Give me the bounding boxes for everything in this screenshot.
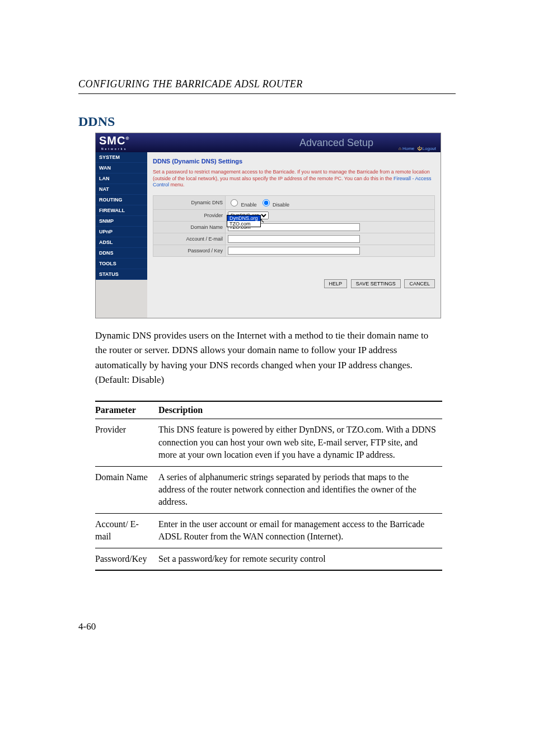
logout-icon: ⏻: [417, 146, 421, 151]
screenshot-header: SMC® Networks Advanced Setup ⌂Home ⏻Logo…: [96, 133, 441, 152]
nav-snmp[interactable]: SNMP: [96, 216, 147, 227]
ddns-form: Dynamic DNS Enable Disable Provider DynD…: [153, 195, 435, 257]
logout-link[interactable]: Logout: [423, 146, 436, 151]
password-input[interactable]: [228, 247, 360, 255]
desc-password: Set a password/key for remote security c…: [158, 548, 442, 570]
account-input[interactable]: [228, 235, 360, 243]
running-header: CONFIGURING THE BARRICADE ADSL ROUTER: [78, 78, 456, 90]
nav-nat[interactable]: NAT: [96, 184, 147, 195]
account-label: Account / E-mail: [153, 233, 226, 245]
param-provider: Provider: [95, 419, 158, 466]
smc-logo: SMC® Networks: [99, 134, 129, 151]
col-parameter: Parameter: [95, 401, 158, 419]
nav-ddns[interactable]: DDNS: [96, 248, 147, 259]
note-pre: Set a password to restrict management ac…: [153, 169, 430, 181]
logo-text: SMC: [99, 134, 125, 147]
nav-firewall[interactable]: FIREWALL: [96, 205, 147, 216]
help-button[interactable]: HELP: [324, 279, 348, 288]
col-description: Description: [158, 401, 442, 419]
side-nav: SYSTEM WAN LAN NAT ROUTING FIREWALL SNMP…: [96, 152, 147, 280]
logo-subtext: Networks: [99, 147, 129, 151]
dynamic-dns-enable-radio[interactable]: [231, 199, 238, 206]
nav-wan[interactable]: WAN: [96, 163, 147, 173]
provider-dropdown[interactable]: DynDNS.org TZO.com: [227, 215, 261, 227]
home-icon: ⌂: [399, 146, 401, 151]
dynamic-dns-value: Enable Disable: [226, 196, 435, 210]
ddns-settings-heading: DDNS (Dynamic DNS) Settings: [153, 158, 435, 165]
cancel-button[interactable]: CANCEL: [404, 279, 435, 288]
screenshot-main: DDNS (Dynamic DNS) Settings Set a passwo…: [147, 152, 441, 318]
password-label: Password / Key: [153, 245, 226, 257]
nav-system[interactable]: SYSTEM: [96, 152, 147, 163]
disable-text: Disable: [273, 202, 289, 208]
home-link[interactable]: Home: [402, 146, 414, 151]
desc-provider: This DNS feature is powered by either Dy…: [158, 419, 442, 466]
screenshot-title: Advanced Setup: [299, 137, 373, 149]
enable-text: Enable: [241, 202, 257, 208]
ddns-description-paragraph: Dynamic DNS provides users on the Intern…: [95, 328, 442, 387]
nav-status[interactable]: STATUS: [96, 269, 147, 280]
provider-label: Provider: [153, 210, 226, 222]
nav-routing[interactable]: ROUTING: [96, 195, 147, 205]
dropdown-option-dyndns[interactable]: DynDNS.org: [227, 215, 260, 221]
domain-name-label: Domain Name: [153, 222, 226, 233]
dynamic-dns-label: Dynamic DNS: [153, 196, 226, 210]
nav-tools[interactable]: TOOLS: [96, 259, 147, 269]
page-number: 4-60: [78, 621, 456, 632]
dropdown-option-tzo[interactable]: TZO.com: [227, 221, 260, 227]
parameters-table: Parameter Description Provider This DNS …: [95, 401, 442, 571]
desc-domain-name: A series of alphanumeric strings separat…: [158, 466, 442, 513]
router-screenshot: SMC® Networks Advanced Setup ⌂Home ⏻Logo…: [95, 133, 441, 318]
ddns-note: Set a password to restrict management ac…: [153, 169, 435, 189]
button-row: HELP SAVE SETTINGS CANCEL: [153, 279, 435, 288]
param-password: Password/Key: [95, 548, 158, 570]
nav-upnp[interactable]: UPnP: [96, 227, 147, 237]
header-rule: [78, 93, 456, 94]
save-settings-button[interactable]: SAVE SETTINGS: [351, 279, 401, 288]
param-domain-name: Domain Name: [95, 466, 158, 513]
nav-lan[interactable]: LAN: [96, 173, 147, 184]
desc-account: Enter in the user account or email for m…: [158, 513, 442, 548]
note-post: menu.: [169, 182, 185, 187]
param-account: Account/ E-mail: [95, 513, 158, 548]
dynamic-dns-disable-radio[interactable]: [263, 199, 270, 206]
header-links: ⌂Home ⏻Logout: [397, 146, 436, 151]
section-heading: DDNS: [78, 114, 456, 129]
nav-adsl[interactable]: ADSL: [96, 237, 147, 248]
